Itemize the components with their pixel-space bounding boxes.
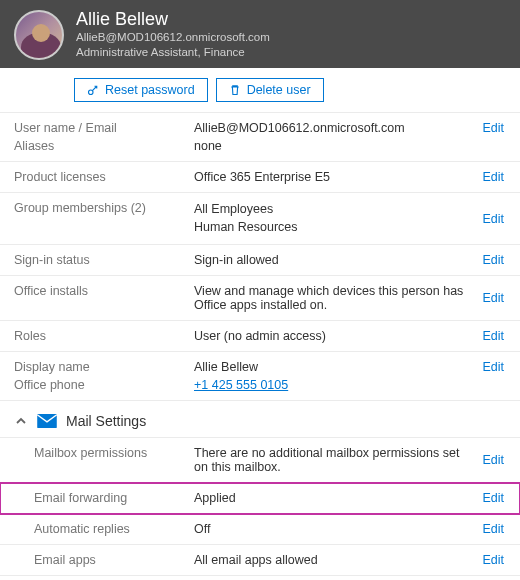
- details-list: User name / Email AllieB@MOD106612.onmic…: [0, 113, 520, 580]
- avatar: [14, 10, 64, 60]
- edit-signin[interactable]: Edit: [480, 253, 506, 267]
- edit-display-name[interactable]: Edit: [480, 360, 506, 374]
- group-item-1: All Employees: [194, 201, 472, 219]
- edit-groups[interactable]: Edit: [480, 212, 506, 226]
- key-icon: [87, 84, 99, 96]
- value-aliases: none: [194, 139, 480, 153]
- edit-mailbox-permissions[interactable]: Edit: [480, 453, 506, 467]
- label-signin: Sign-in status: [14, 253, 194, 267]
- mail-settings-title: Mail Settings: [66, 413, 146, 429]
- edit-licenses[interactable]: Edit: [480, 170, 506, 184]
- label-username: User name / Email: [14, 121, 194, 135]
- value-username: AllieB@MOD106612.onmicrosoft.com: [194, 121, 480, 135]
- row-automatic-replies: Automatic replies Off Edit: [0, 514, 520, 545]
- row-signin: Sign-in status Sign-in allowed Edit: [0, 245, 520, 276]
- label-office-phone: Office phone: [14, 378, 194, 392]
- label-automatic-replies: Automatic replies: [14, 522, 194, 536]
- row-aliases: Aliases none Edit: [0, 137, 520, 162]
- edit-roles[interactable]: Edit: [480, 329, 506, 343]
- action-bar: Reset password Delete user: [0, 68, 520, 113]
- user-header: Allie Bellew AllieB@MOD106612.onmicrosof…: [0, 0, 520, 68]
- edit-email-apps[interactable]: Edit: [480, 553, 506, 567]
- row-mailbox-permissions: Mailbox permissions There are no additio…: [0, 438, 520, 483]
- reset-password-label: Reset password: [105, 83, 195, 97]
- edit-automatic-replies[interactable]: Edit: [480, 522, 506, 536]
- svg-rect-1: [37, 414, 57, 428]
- value-office-phone: +1 425 555 0105: [194, 378, 480, 392]
- label-aliases: Aliases: [14, 139, 194, 153]
- label-groups: Group memberships (2): [14, 201, 194, 215]
- mail-icon: [36, 413, 58, 429]
- chevron-up-icon: [14, 414, 28, 428]
- label-office-installs: Office installs: [14, 284, 194, 298]
- user-name: Allie Bellew: [76, 10, 270, 30]
- value-email-apps: All email apps allowed: [194, 553, 480, 567]
- value-office-installs: View and manage which devices this perso…: [194, 284, 480, 312]
- phone-link[interactable]: +1 425 555 0105: [194, 378, 288, 392]
- row-display-name: Display name Allie Bellew Edit: [0, 352, 520, 376]
- row-more-settings: More settings Edit Exchange properties: [0, 576, 520, 580]
- label-email-apps: Email apps: [14, 553, 194, 567]
- svg-point-0: [89, 90, 94, 95]
- edit-office-installs[interactable]: Edit: [480, 291, 506, 305]
- value-display-name: Allie Bellew: [194, 360, 480, 374]
- row-office-phone: Office phone +1 425 555 0105 Edit: [0, 376, 520, 401]
- label-licenses: Product licenses: [14, 170, 194, 184]
- value-mailbox-permissions: There are no additional mailbox permissi…: [194, 446, 480, 474]
- value-groups: All Employees Human Resources: [194, 201, 480, 236]
- row-office-installs: Office installs View and manage which de…: [0, 276, 520, 321]
- edit-email-forwarding[interactable]: Edit: [480, 491, 506, 505]
- label-email-forwarding: Email forwarding: [14, 491, 194, 505]
- value-email-forwarding: Applied: [194, 491, 480, 505]
- row-email-apps: Email apps All email apps allowed Edit: [0, 545, 520, 576]
- header-text: Allie Bellew AllieB@MOD106612.onmicrosof…: [76, 10, 270, 60]
- mail-settings-header[interactable]: Mail Settings: [0, 401, 520, 438]
- row-licenses: Product licenses Office 365 Enterprise E…: [0, 162, 520, 193]
- label-roles: Roles: [14, 329, 194, 343]
- row-username: User name / Email AllieB@MOD106612.onmic…: [0, 113, 520, 137]
- value-signin: Sign-in allowed: [194, 253, 480, 267]
- delete-user-label: Delete user: [247, 83, 311, 97]
- value-roles: User (no admin access): [194, 329, 480, 343]
- user-title: Administrative Assistant, Finance: [76, 45, 270, 60]
- user-email: AllieB@MOD106612.onmicrosoft.com: [76, 30, 270, 45]
- row-roles: Roles User (no admin access) Edit: [0, 321, 520, 352]
- trash-icon: [229, 84, 241, 96]
- label-display-name: Display name: [14, 360, 194, 374]
- label-mailbox-permissions: Mailbox permissions: [14, 446, 194, 460]
- reset-password-button[interactable]: Reset password: [74, 78, 208, 102]
- value-licenses: Office 365 Enterprise E5: [194, 170, 480, 184]
- delete-user-button[interactable]: Delete user: [216, 78, 324, 102]
- row-email-forwarding: Email forwarding Applied Edit: [0, 483, 520, 514]
- edit-username[interactable]: Edit: [480, 121, 506, 135]
- group-item-2: Human Resources: [194, 219, 472, 237]
- value-automatic-replies: Off: [194, 522, 480, 536]
- row-groups: Group memberships (2) All Employees Huma…: [0, 193, 520, 245]
